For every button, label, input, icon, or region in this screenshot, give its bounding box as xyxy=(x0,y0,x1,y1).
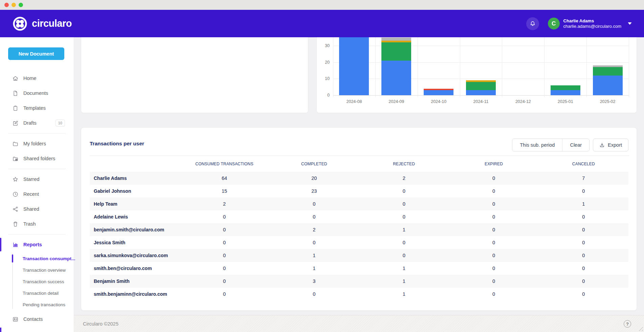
table-actions: This sub. period Clear Export xyxy=(512,139,628,151)
resize-grip-icon[interactable] xyxy=(639,327,643,331)
window-minimize-button[interactable] xyxy=(12,3,16,7)
value-cell: 0 xyxy=(179,227,269,232)
table-row[interactable]: sarka.simunkova@circularo.com01000 xyxy=(90,249,628,262)
column-rejected: REJECTED xyxy=(359,162,449,166)
sidebar-subitem-transaction-success[interactable]: Transaction success xyxy=(0,276,74,287)
sidebar-item-reports[interactable]: Reports xyxy=(0,237,74,252)
value-cell: 0 xyxy=(539,278,628,284)
export-button[interactable]: Export xyxy=(593,139,628,151)
notifications-button[interactable] xyxy=(526,17,539,30)
this-sub-period-button[interactable]: This sub. period xyxy=(512,139,562,151)
bar-2024-09-series-yellow[interactable] xyxy=(381,41,411,42)
table-row[interactable]: Benjamin Smith03100 xyxy=(90,275,628,288)
sidebar-item-documents[interactable]: Documents xyxy=(0,86,74,101)
trash-icon xyxy=(12,221,19,227)
sidebar-subitem-transaction-detail[interactable]: Transaction detail xyxy=(0,287,74,299)
table-row[interactable]: benjamin.smith@circularo.com02100 xyxy=(90,223,628,236)
bar-2024-09-series-blue[interactable] xyxy=(381,61,411,95)
bell-icon xyxy=(529,20,536,27)
table-row[interactable]: Adelaine Lewis00000 xyxy=(90,210,628,223)
shared-folder-icon xyxy=(12,155,19,162)
table-row[interactable]: Jessica Smith00000 xyxy=(90,236,628,249)
avatar: C xyxy=(548,18,560,29)
y-axis-tick: 20 xyxy=(319,60,330,65)
column-consumed-transactions: CONSUMED TRANSACTIONS xyxy=(179,162,269,166)
sidebar-item-label: My folders xyxy=(23,141,46,146)
bar-2024-11-series-blue[interactable] xyxy=(466,90,496,95)
sidebar-item-label: Home xyxy=(23,76,37,81)
bar-2024-10-series-red[interactable] xyxy=(424,89,453,90)
sidebar-item-contacts[interactable]: Contacts xyxy=(0,312,74,327)
value-cell: 0 xyxy=(539,253,628,258)
new-document-button[interactable]: New Document xyxy=(8,47,64,60)
sidebar-item-drafts[interactable]: Drafts10 xyxy=(0,116,74,130)
value-cell: 0 xyxy=(179,278,269,284)
sidebar-item-recent[interactable]: Recent xyxy=(0,187,74,202)
home-icon xyxy=(12,75,19,82)
gridline xyxy=(333,79,629,79)
window-close-button[interactable] xyxy=(4,3,9,7)
value-cell: 0 xyxy=(179,253,269,258)
gridline xyxy=(333,37,333,97)
reports-sub-menu: Transaction consumpt...Transaction overv… xyxy=(0,253,74,310)
sidebar-subitem-transaction-overview[interactable]: Transaction overview xyxy=(0,264,74,276)
sidebar-item-starred[interactable]: Starred xyxy=(0,172,74,187)
value-cell: 0 xyxy=(449,253,538,258)
bar-2024-11-series-green[interactable] xyxy=(466,82,496,90)
value-cell: 0 xyxy=(449,227,538,232)
user-cell: Benjamin Smith xyxy=(90,278,179,284)
drafts-count-badge: 10 xyxy=(55,120,65,126)
bar-2024-09-series-green[interactable] xyxy=(381,42,411,61)
user-cell: benjamin.smith@circularo.com xyxy=(90,227,179,232)
sidebar-divider xyxy=(8,169,66,169)
sidebar-item-trash[interactable]: Trash xyxy=(0,216,74,231)
gridline xyxy=(629,37,629,97)
sidebar-item-templates[interactable]: Templates xyxy=(0,101,74,116)
sidebar-subitem-pending-transactions[interactable]: Pending transactions xyxy=(0,299,74,310)
user-cell: Help Team xyxy=(90,201,179,207)
bar-2024-08-series-blue[interactable] xyxy=(339,37,369,95)
table-body: Charlie Adams6420207Gabriel Johnson15230… xyxy=(90,172,628,300)
bar-2025-01-series-blue[interactable] xyxy=(551,90,580,95)
bar-2024-09-series-gray[interactable] xyxy=(381,38,411,41)
help-button[interactable]: ? xyxy=(624,320,631,328)
sidebar-item-my-folders[interactable]: My folders xyxy=(0,136,74,151)
sidebar-item-label: Shared folders xyxy=(23,156,55,161)
value-cell: 0 xyxy=(539,266,628,271)
x-axis-label: 2025-01 xyxy=(544,99,586,104)
sidebar-subitem-label: Pending transactions xyxy=(23,302,65,307)
value-cell: 23 xyxy=(269,188,359,194)
bar-2025-01-series-green[interactable] xyxy=(551,85,580,90)
value-cell: 0 xyxy=(269,240,359,245)
clear-button[interactable]: Clear xyxy=(562,139,589,151)
sidebar-item-home[interactable]: Home xyxy=(0,71,74,86)
user-menu[interactable]: C Charlie Adams charlie.adams@circularo.… xyxy=(548,18,632,29)
value-cell: 0 xyxy=(179,266,269,271)
table-row[interactable]: smith.benjaminn@circularo.com00100 xyxy=(90,288,628,300)
bar-2024-10-series-blue[interactable] xyxy=(424,90,453,95)
value-cell: 0 xyxy=(539,227,628,232)
sidebar-item-shared-folders[interactable]: Shared folders xyxy=(0,151,74,166)
table-row[interactable]: Gabriel Johnson1523000 xyxy=(90,185,628,198)
table-row[interactable]: Help Team20001 xyxy=(90,198,628,210)
bar-2025-02-series-blue[interactable] xyxy=(593,76,623,95)
bar-2025-02-series-green[interactable] xyxy=(593,67,623,75)
value-cell: 20 xyxy=(269,175,359,181)
left-panel-card xyxy=(81,37,308,113)
brand-home-link[interactable]: circularo xyxy=(12,16,72,32)
period-filter-group: This sub. period Clear xyxy=(512,139,590,151)
value-cell: 0 xyxy=(179,291,269,297)
value-cell: 1 xyxy=(269,253,359,258)
column-completed: COMPLETED xyxy=(269,162,359,166)
sidebar-item-shared[interactable]: Shared xyxy=(0,202,74,216)
bar-2025-02-series-gray[interactable] xyxy=(593,65,623,67)
window-zoom-button[interactable] xyxy=(19,3,23,7)
sidebar-item-label: Reports xyxy=(23,242,42,247)
table-row[interactable]: Charlie Adams6420207 xyxy=(90,172,628,185)
bar-2024-11-series-yellow[interactable] xyxy=(466,80,496,82)
user-cell: Adelaine Lewis xyxy=(90,214,179,220)
sidebar-item-label: Trash xyxy=(23,221,36,227)
value-cell: 3 xyxy=(269,278,359,284)
sidebar-subitem-transaction-consumpt[interactable]: Transaction consumpt... xyxy=(0,253,74,264)
table-row[interactable]: smith.ben@circularo.com01100 xyxy=(90,262,628,275)
